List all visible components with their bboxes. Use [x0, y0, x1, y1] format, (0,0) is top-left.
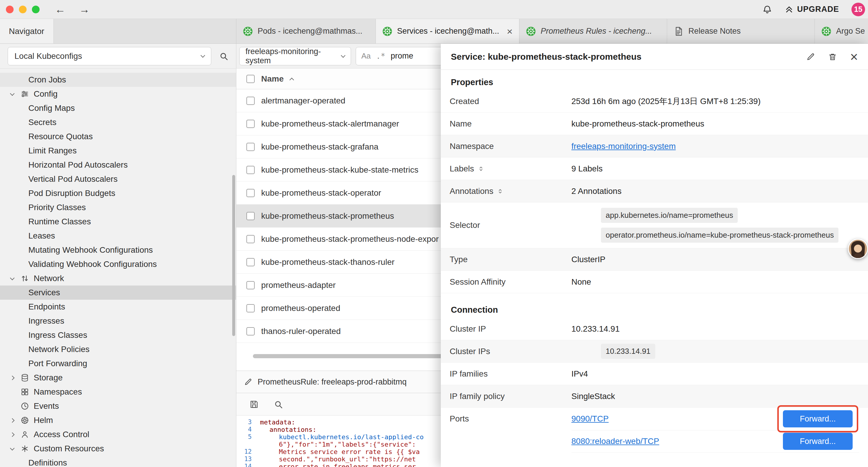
- sidebar-item-network[interactable]: Network: [0, 271, 236, 286]
- namespaces-icon: [20, 387, 30, 396]
- sidebar-item-events[interactable]: Events: [0, 399, 236, 413]
- select-all-checkbox[interactable]: [246, 75, 255, 83]
- forward-button-9090[interactable]: Forward...: [783, 410, 852, 428]
- editor-search-icon[interactable]: [274, 400, 283, 409]
- sidebar-item-label: Mutating Webhook Configurations: [28, 245, 153, 255]
- code-text: 6"},"for":"1m","labels":{"service":: [258, 441, 416, 448]
- sidebar-item-secrets[interactable]: Secrets: [0, 115, 236, 129]
- sidebar-item-vertical-pod-autoscalers[interactable]: Vertical Pod Autoscalers: [0, 172, 236, 186]
- tab-services-icecheng-math[interactable]: Services - icecheng@math...×: [376, 19, 519, 43]
- namespace-selector[interactable]: freeleaps-monitoring-system: [239, 47, 351, 65]
- sidebar-item-runtime-classes[interactable]: Runtime Classes: [0, 214, 236, 229]
- chevron-down-icon: [8, 448, 16, 450]
- sidebar-item-limit-ranges[interactable]: Limit Ranges: [0, 144, 236, 158]
- row-checkbox[interactable]: [246, 143, 255, 151]
- property-row-ports: Ports 9090/TCP Forward... 8080:reloader-…: [441, 408, 868, 453]
- row-checkbox[interactable]: [246, 120, 255, 128]
- navigator-tab[interactable]: Navigator: [0, 19, 54, 43]
- name-column-header[interactable]: Name: [261, 74, 284, 84]
- sidebar-item-services[interactable]: Services: [0, 286, 236, 300]
- sidebar-item-label: Resource Quotas: [28, 132, 93, 141]
- row-checkbox[interactable]: [246, 189, 255, 197]
- sidebar-scrollbar[interactable]: [232, 175, 235, 336]
- sidebar-item-access-control[interactable]: Access Control: [0, 428, 236, 442]
- upgrade-button[interactable]: UPGRADE: [785, 5, 839, 14]
- sidebar-item-leases[interactable]: Leases: [0, 229, 236, 243]
- sidebar-item-port-forwarding[interactable]: Port Forwarding: [0, 356, 236, 371]
- sidebar-item-horizontal-pod-autoscalers[interactable]: Horizontal Pod Autoscalers: [0, 158, 236, 172]
- forward-arrow-icon[interactable]: →: [79, 4, 90, 15]
- sidebar-item-resource-quotas[interactable]: Resource Quotas: [0, 129, 236, 144]
- save-icon[interactable]: [249, 400, 259, 409]
- edit-pencil-icon[interactable]: [806, 52, 815, 61]
- window-controls: [6, 6, 39, 13]
- notifications-bell-icon[interactable]: [762, 4, 772, 14]
- sidebar-item-endpoints[interactable]: Endpoints: [0, 300, 236, 314]
- notification-count-badge[interactable]: 15: [851, 3, 865, 16]
- row-checkbox[interactable]: [246, 304, 255, 313]
- forward-button-8080[interactable]: Forward...: [783, 433, 852, 450]
- sort-ascending-icon[interactable]: [289, 78, 294, 83]
- tab-release-notes[interactable]: Release Notes: [667, 19, 815, 43]
- sidebar-item-label: Storage: [34, 373, 63, 382]
- regex-toggle[interactable]: .*: [376, 52, 385, 61]
- search-icon[interactable]: [219, 52, 228, 61]
- tab-prometheus-rules-icecheng[interactable]: Prometheus Rules - icecheng...: [519, 19, 667, 43]
- row-checkbox[interactable]: [246, 258, 255, 266]
- close-tab-icon[interactable]: ×: [507, 26, 513, 36]
- sidebar-item-namespaces[interactable]: Namespaces: [0, 385, 236, 399]
- sidebar-item-cron-jobs[interactable]: Cron Jobs: [0, 73, 236, 87]
- code-text: second.","runbook_url":"https://net: [258, 456, 416, 463]
- sidebar-item-definitions[interactable]: Definitions: [0, 456, 236, 467]
- row-checkbox[interactable]: [246, 97, 255, 105]
- sidebar-item-config-maps[interactable]: Config Maps: [0, 101, 236, 115]
- sidebar-item-pod-disruption-budgets[interactable]: Pod Disruption Budgets: [0, 186, 236, 200]
- sidebar-item-custom-resources[interactable]: Custom Resources: [0, 442, 236, 456]
- sidebar-item-priority-classes[interactable]: Priority Classes: [0, 200, 236, 214]
- table-horizontal-scrollbar[interactable]: [253, 354, 465, 358]
- expand-annotations-icon[interactable]: [497, 188, 503, 195]
- config-icon: [20, 90, 30, 98]
- row-checkbox[interactable]: [246, 212, 255, 220]
- editor-tab-prometheusrule-freeleaps-prod-rabbitmq[interactable]: PrometheusRule: freeleaps-prod-rabbitmq: [236, 371, 445, 393]
- sidebar-item-network-policies[interactable]: Network Policies: [0, 342, 236, 356]
- expand-labels-icon[interactable]: [478, 166, 484, 172]
- tab-label: Argo Se: [836, 27, 865, 36]
- row-checkbox[interactable]: [246, 235, 255, 243]
- close-icon[interactable]: ×: [850, 50, 858, 63]
- delete-trash-icon[interactable]: [828, 52, 837, 61]
- user-avatar[interactable]: [848, 239, 868, 259]
- sidebar-item-validating-webhook-configurations[interactable]: Validating Webhook Configurations: [0, 257, 236, 271]
- property-row-ip-family-policy: IP family policy SingleStack: [441, 385, 868, 408]
- row-checkbox[interactable]: [246, 166, 255, 174]
- filter-query-text: prome: [391, 52, 413, 61]
- detail-header: Service: kube-prometheus-stack-prometheu…: [441, 44, 868, 70]
- sidebar-item-ingress-classes[interactable]: Ingress Classes: [0, 328, 236, 342]
- minimize-window-button[interactable]: [19, 6, 27, 13]
- sidebar-item-mutating-webhook-configurations[interactable]: Mutating Webhook Configurations: [0, 243, 236, 257]
- tab-pods-icecheng-mathmas[interactable]: Pods - icecheng@mathmas...: [236, 19, 376, 43]
- sidebar-item-helm[interactable]: Helm: [0, 413, 236, 428]
- tab-label: Prometheus Rules - icecheng...: [541, 27, 652, 36]
- tab-bar: Navigator Pods - icecheng@mathmas...Serv…: [0, 19, 868, 44]
- port-link-8080[interactable]: 8080:reloader-web/TCP: [571, 437, 659, 446]
- row-checkbox[interactable]: [246, 327, 255, 335]
- back-arrow-icon[interactable]: ←: [55, 4, 66, 15]
- sidebar-item-config[interactable]: Config: [0, 87, 236, 101]
- tab-argo-se[interactable]: Argo Se: [815, 19, 868, 43]
- zoom-window-button[interactable]: [32, 6, 39, 13]
- sidebar-item-storage[interactable]: Storage: [0, 371, 236, 385]
- row-checkbox[interactable]: [246, 281, 255, 289]
- port-link-9090[interactable]: 9090/TCP: [571, 414, 609, 424]
- kubeconfig-selector-value: Local Kubeconfigs: [14, 52, 82, 61]
- match-case-toggle[interactable]: Aa: [361, 52, 371, 61]
- service-name: kube-prometheus-stack-thanos-ruler: [261, 258, 395, 267]
- kubeconfig-selector[interactable]: Local Kubeconfigs: [8, 47, 211, 65]
- sidebar-item-label: Config: [34, 89, 58, 99]
- left-tab-zone: Navigator: [0, 19, 236, 43]
- close-window-button[interactable]: [6, 6, 13, 13]
- sidebar-item-ingresses[interactable]: Ingresses: [0, 314, 236, 328]
- namespace-link[interactable]: freeleaps-monitoring-system: [571, 142, 676, 151]
- sidebar-item-label: Services: [28, 288, 60, 297]
- kubernetes-icon: [526, 26, 536, 36]
